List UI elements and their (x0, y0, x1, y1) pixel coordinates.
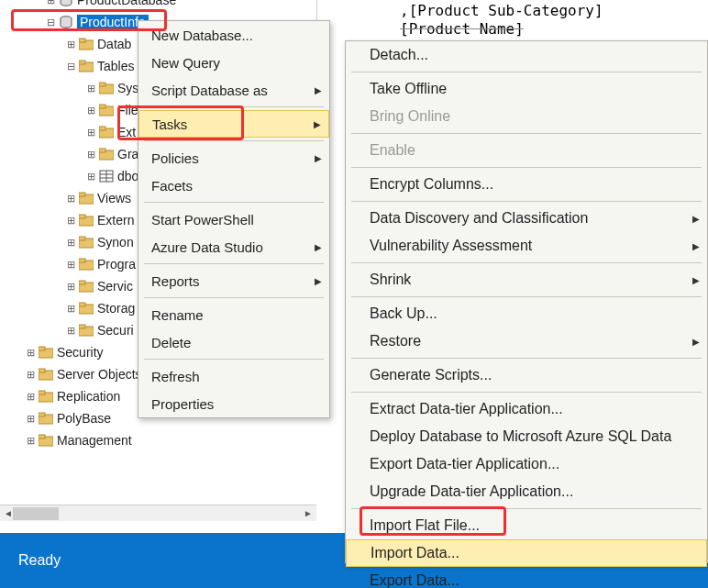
menu-item-script-database-as[interactable]: Script Database as▶ (138, 76, 329, 104)
menu-item-export-data[interactable]: Export Data... (346, 567, 707, 588)
expand-icon[interactable]: ⊞ (84, 170, 97, 183)
expand-icon[interactable]: ⊞ (84, 126, 97, 139)
expand-icon[interactable]: ⊞ (64, 324, 77, 337)
expand-icon[interactable]: ⊞ (84, 148, 97, 161)
menu-separator (144, 106, 324, 107)
folder-icon (79, 60, 94, 72)
menu-item-export-data-tier-application[interactable]: Export Data-tier Application... (346, 450, 707, 478)
menu-item-bring-online[interactable]: Bring Online (346, 103, 707, 130)
menu-item-label: Import Flat File... (370, 517, 480, 534)
submenu-arrow-icon: ▶ (692, 275, 700, 285)
submenu-arrow-icon: ▶ (314, 119, 321, 129)
menu-item-enable[interactable]: Enable (346, 137, 707, 164)
tree-item-productdatabase[interactable]: ⊞ProductDatabase (0, 0, 316, 11)
tree-label: dbo (117, 169, 138, 183)
expand-icon[interactable]: ⊞ (64, 38, 77, 50)
folder-icon (39, 368, 53, 381)
expand-icon[interactable]: ⊞ (24, 346, 37, 359)
expand-icon[interactable]: ⊞ (64, 280, 77, 293)
menu-item-shrink[interactable]: Shrink▶ (346, 266, 707, 294)
expand-icon[interactable]: ⊞ (44, 0, 57, 6)
menu-item-new-query[interactable]: New Query (138, 49, 329, 76)
svg-rect-5 (79, 61, 85, 64)
menu-item-label: Encrypt Columns... (370, 176, 493, 193)
menu-item-label: Restore (370, 333, 421, 349)
svg-rect-11 (99, 127, 105, 130)
menu-separator (144, 297, 324, 298)
svg-rect-7 (99, 83, 105, 86)
menu-item-label: Take Offline (370, 81, 447, 97)
expand-icon[interactable]: ⊞ (24, 390, 37, 403)
menu-item-rename[interactable]: Rename (138, 301, 329, 328)
menu-item-label: Upgrade Data-tier Application... (370, 483, 573, 500)
menu-item-data-discovery-and-classification[interactable]: Data Discovery and Classification▶ (346, 205, 707, 232)
menu-item-label: New Query (151, 55, 220, 71)
expand-icon[interactable]: ⊞ (64, 258, 77, 271)
menu-item-upgrade-data-tier-application[interactable]: Upgrade Data-tier Application... (346, 478, 707, 505)
expand-icon[interactable]: ⊟ (64, 60, 77, 72)
menu-item-label: Reports (151, 273, 200, 289)
folder-icon (79, 258, 94, 271)
expand-icon[interactable]: ⊟ (44, 16, 57, 28)
menu-item-label: Policies (151, 150, 199, 166)
menu-item-facets[interactable]: Facets (138, 172, 329, 199)
expand-icon[interactable]: ⊞ (24, 434, 37, 447)
menu-item-vulnerability-assessment[interactable]: Vulnerability Assessment▶ (346, 232, 707, 260)
expand-icon[interactable]: ⊞ (84, 104, 97, 116)
menu-item-generate-scripts[interactable]: Generate Scripts... (346, 361, 707, 389)
menu-item-extract-data-tier-application[interactable]: Extract Data-tier Application... (346, 395, 707, 423)
tree-label: Storag (97, 301, 135, 316)
menu-item-delete[interactable]: Delete (138, 328, 329, 356)
svg-rect-41 (39, 435, 45, 438)
menu-item-encrypt-columns[interactable]: Encrypt Columns... (346, 171, 707, 198)
tree-label: Views (97, 191, 131, 205)
expand-icon[interactable]: ⊞ (64, 302, 77, 315)
menu-separator (351, 262, 702, 263)
menu-item-label: Import Data... (371, 545, 459, 561)
tree-label: Security (57, 345, 104, 360)
database-context-menu[interactable]: New Database...New QueryScript Database … (138, 20, 330, 418)
menu-separator (351, 201, 702, 202)
menu-item-policies[interactable]: Policies▶ (138, 144, 329, 172)
menu-item-label: Vulnerability Assessment (370, 238, 532, 254)
menu-item-reports[interactable]: Reports▶ (138, 267, 329, 294)
scroll-thumb[interactable] (13, 507, 59, 520)
folder-icon (39, 434, 53, 447)
menu-item-deploy-database-to-microsoft-azure-sql-data[interactable]: Deploy Database to Microsoft Azure SQL D… (346, 423, 707, 450)
scroll-right-arrow[interactable]: ► (302, 507, 315, 520)
svg-rect-3 (79, 39, 85, 42)
expand-icon[interactable]: ⊞ (84, 82, 97, 94)
tree-label: Securi (97, 323, 134, 338)
submenu-arrow-icon: ▶ (315, 276, 322, 286)
expand-icon[interactable]: ⊞ (24, 368, 37, 381)
tasks-submenu[interactable]: Detach...Take OfflineBring OnlineEnableE… (345, 40, 708, 563)
expand-icon[interactable]: ⊞ (64, 236, 77, 249)
menu-item-detach[interactable]: Detach... (346, 41, 707, 69)
menu-item-new-database[interactable]: New Database... (138, 21, 329, 49)
menu-item-start-powershell[interactable]: Start PowerShell (138, 205, 329, 233)
submenu-arrow-icon: ▶ (692, 214, 700, 224)
tree-horizontal-scrollbar[interactable]: ◄ ► (0, 505, 316, 521)
menu-item-import-flat-file[interactable]: Import Flat File... (346, 512, 707, 539)
menu-item-restore[interactable]: Restore▶ (346, 327, 707, 355)
menu-item-label: Extract Data-tier Application... (370, 401, 563, 417)
menu-item-import-data[interactable]: Import Data... (346, 539, 707, 567)
menu-item-label: Detach... (370, 47, 428, 63)
menu-item-take-offline[interactable]: Take Offline (346, 75, 707, 103)
menu-item-azure-data-studio[interactable]: Azure Data Studio▶ (138, 233, 329, 261)
menu-item-properties[interactable]: Properties (138, 390, 329, 417)
menu-item-back-up[interactable]: Back Up... (346, 300, 707, 327)
menu-item-refresh[interactable]: Refresh (138, 362, 329, 390)
expand-icon[interactable]: ⊞ (64, 214, 77, 227)
tree-item-management[interactable]: ⊞Management (0, 429, 316, 451)
submenu-arrow-icon: ▶ (692, 337, 700, 347)
expand-icon[interactable]: ⊞ (64, 192, 77, 205)
menu-item-label: Export Data-tier Application... (370, 456, 559, 472)
menu-item-label: Enable (370, 142, 415, 159)
tree-label: Servic (97, 279, 133, 294)
expand-icon[interactable]: ⊞ (24, 412, 37, 425)
menu-item-tasks[interactable]: Tasks▶ (138, 110, 329, 138)
svg-rect-23 (79, 237, 85, 240)
menu-item-label: Azure Data Studio (151, 239, 263, 255)
scroll-left-arrow[interactable]: ◄ (2, 507, 15, 520)
